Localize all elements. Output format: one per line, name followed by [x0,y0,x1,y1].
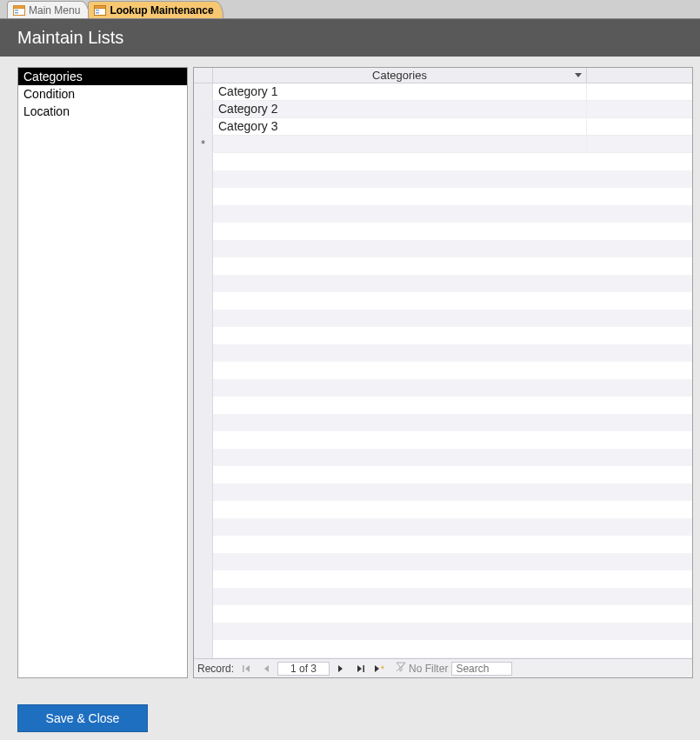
add-column-area [587,68,692,83]
svg-rect-1 [14,6,25,9]
cell-category[interactable]: Category 3 [213,118,587,135]
sidebar-item-label: Condition [23,87,75,101]
cell-category[interactable]: Category 1 [213,83,587,100]
sidebar-item-label: Categories [23,70,83,83]
document-tabs: Main Menu Lookup Maintenance [0,0,700,19]
save-and-close-button[interactable]: Save & Close [17,704,148,732]
record-label: Record: [197,663,234,675]
svg-rect-8 [243,665,244,672]
tab-lookup-maintenance[interactable]: Lookup Maintenance [88,1,223,18]
column-filter-dropdown-icon[interactable] [574,71,583,80]
button-label: Save & Close [46,711,120,725]
svg-rect-5 [95,6,106,9]
svg-rect-6 [96,10,99,11]
list-type-sidebar: Categories Condition Location [17,67,188,678]
form-icon [13,5,25,16]
nav-last-button[interactable] [352,662,368,676]
new-record-row[interactable]: * [194,136,692,153]
row-selector[interactable] [194,101,213,117]
tab-label: Main Menu [29,4,80,17]
row-selector[interactable] [194,118,213,135]
filter-indicator[interactable]: No Filter [396,662,448,675]
svg-rect-11 [383,665,383,669]
workspace: Categories Condition Location Categories [0,57,700,678]
sidebar-item-label: Location [23,104,70,118]
sidebar-item-categories[interactable]: Categories [18,68,187,85]
svg-rect-7 [96,12,99,14]
nav-prev-button[interactable] [258,662,274,676]
table-row[interactable]: Category 3 [194,118,692,136]
page-header: Maintain Lists [0,19,700,57]
datasheet-body[interactable]: Category 1 Category 2 Category 3 [194,83,692,658]
datasheet-background-rows [194,83,692,658]
nav-first-button[interactable] [239,662,255,676]
select-all-corner[interactable] [194,68,213,83]
sidebar-item-location[interactable]: Location [18,103,187,120]
row-selector-gutter [194,83,213,658]
column-header-label: Categories [372,69,427,82]
page-title: Maintain Lists [17,28,123,47]
funnel-icon [396,662,406,675]
datasheet: Categories Category 1 [193,67,693,678]
cell-category[interactable]: Category 2 [213,101,587,117]
cell-category-new[interactable] [213,136,587,152]
form-footer: Save & Close [0,678,700,732]
filter-label: No Filter [409,663,448,675]
nav-next-button[interactable] [333,662,349,676]
record-position[interactable]: 1 of 3 [277,662,330,676]
table-row[interactable]: Category 1 [194,83,692,101]
row-selector[interactable] [194,83,213,100]
nav-new-record-button[interactable] [371,662,387,676]
search-input[interactable] [451,662,512,676]
svg-rect-2 [15,10,18,11]
tab-label: Lookup Maintenance [110,4,213,17]
tab-main-menu[interactable]: Main Menu [7,1,90,18]
datasheet-header: Categories [194,68,692,83]
svg-rect-9 [363,665,365,672]
table-row[interactable]: Category 2 [194,101,692,118]
form-icon [94,5,106,16]
new-record-marker-icon: * [194,136,213,152]
column-header-categories[interactable]: Categories [213,68,587,83]
record-navigator: Record: 1 of 3 No Filter [194,658,692,677]
svg-rect-3 [15,12,18,14]
sidebar-item-condition[interactable]: Condition [18,85,187,103]
